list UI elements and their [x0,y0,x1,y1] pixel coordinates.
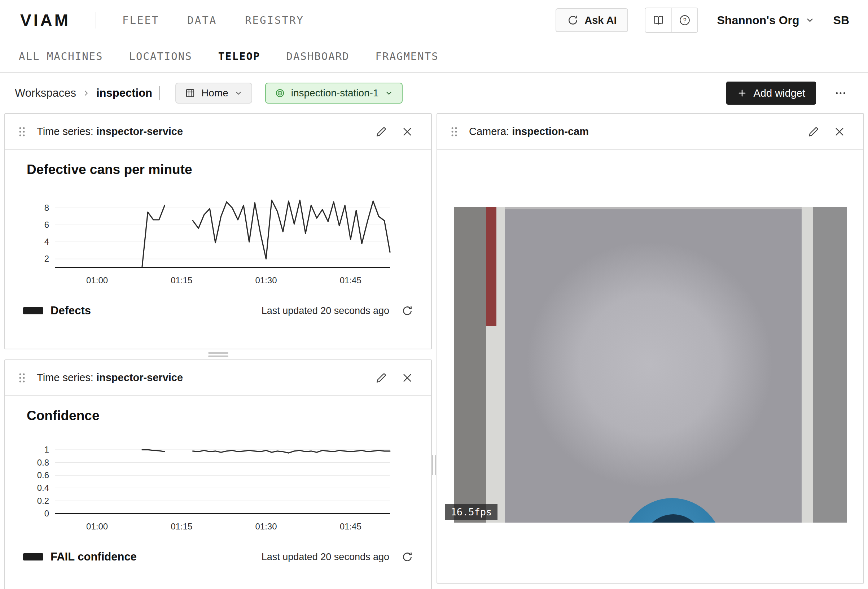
machine-target-icon [275,88,285,99]
timeseries-widget-2: Time series: inspector-service Confidenc… [4,360,432,589]
tab-locations[interactable]: LOCATIONS [129,50,192,62]
workspace-selector-label: Home [201,87,228,99]
widget-body: Defective cans per minute 246801:0001:15… [5,150,431,317]
org-selector[interactable]: Shannon's Org [714,13,816,27]
breadcrumb-chevron-icon [82,89,90,98]
svg-text:0.8: 0.8 [37,457,49,468]
svg-text:2: 2 [44,254,49,263]
secondary-nav: ALL MACHINES LOCATIONS TELEOP DASHBOARD … [0,40,868,73]
machine-selector-label: inspection-station-1 [291,87,379,99]
avatar[interactable]: SB [833,14,849,27]
ask-ai-button[interactable]: Ask AI [556,8,628,32]
widget-type-label: Time series: [37,372,93,383]
svg-text:01:30: 01:30 [255,275,277,285]
conveyor-edge-dark [454,207,486,522]
svg-text:8: 8 [44,203,49,213]
left-column: Time series: inspector-service Defective… [4,113,432,589]
column-resize-handle[interactable] [431,453,437,478]
svg-text:?: ? [683,17,686,24]
widget-type-label: Camera: [469,126,509,137]
last-updated-text: Last updated 20 seconds ago [261,552,389,563]
chevron-down-icon [234,89,243,98]
refresh-button[interactable] [399,551,415,563]
svg-text:0.4: 0.4 [37,483,49,493]
help-button[interactable]: ? [672,8,697,32]
book-icon [652,14,664,26]
widget-body: Confidence 00.20.40.60.8101:0001:1501:30… [5,396,431,563]
chevron-down-icon [805,16,815,25]
edit-widget-button[interactable] [373,126,389,138]
legend-row: Defects Last updated 20 seconds ago [23,304,415,317]
camera-frame: 16.5fps [454,207,847,522]
widget-header: Time series: inspector-service [5,114,431,150]
edit-widget-button[interactable] [806,126,821,138]
workspace-grid-icon [185,88,196,99]
drag-handle-icon[interactable] [17,126,27,137]
divider [96,12,96,28]
workspace-name-input[interactable]: inspection [96,87,152,100]
widget-title: Camera: inspection-cam [469,126,589,138]
close-widget-button[interactable] [399,126,415,138]
drag-handle-icon[interactable] [17,373,27,383]
svg-text:0.2: 0.2 [37,496,49,506]
org-name: Shannon's Org [717,14,799,27]
defects-line-chart: 246801:0001:1501:3001:45 [23,192,394,286]
tab-dashboard[interactable]: DASHBOARD [286,50,349,62]
legend-label: FAIL confidence [50,551,137,563]
widget-header: Time series: inspector-service [5,360,431,396]
viam-logo[interactable]: VIAM [20,10,70,30]
drag-handle-icon[interactable] [450,126,459,137]
svg-text:01:45: 01:45 [340,275,362,285]
belt-top-highlight [505,207,802,209]
svg-text:01:15: 01:15 [171,521,192,531]
ellipsis-icon [834,87,847,100]
add-widget-button[interactable]: Add widget [726,81,816,105]
edit-widget-button[interactable] [373,372,389,384]
legend-swatch [23,553,43,561]
svg-text:6: 6 [44,220,49,229]
workspace-toolbar: Workspaces inspection Home inspection-st… [0,73,868,113]
workspace-selector-button[interactable]: Home [175,83,252,104]
camera-body: 16.5fps [437,150,863,522]
help-icon-group: ? [645,7,698,33]
nav-fleet[interactable]: FLEET [122,14,159,26]
breadcrumb: Workspaces inspection [15,86,159,100]
nav-data[interactable]: DATA [187,14,217,26]
widget-header: Camera: inspection-cam [437,114,863,150]
tab-fragments[interactable]: FRAGMENTS [376,50,439,62]
widget-service-name: inspector-service [96,126,183,137]
add-widget-label: Add widget [754,87,806,99]
nav-registry[interactable]: REGISTRY [245,14,304,26]
right-column: Camera: inspection-cam [437,113,864,584]
chart-title: Defective cans per minute [27,162,415,177]
timeseries-widget-1: Time series: inspector-service Defective… [4,113,432,349]
chevron-down-icon [385,89,393,98]
fps-overlay-badge: 16.5fps [445,504,498,520]
ask-ai-icon [567,15,579,26]
camera-stream-image [454,207,847,522]
docs-button[interactable] [645,8,672,32]
svg-text:01:30: 01:30 [255,521,277,531]
toolbar-right-cluster: Add widget [726,81,850,105]
teleop-canvas: Time series: inspector-service Defective… [0,113,868,589]
widget-title: Time series: inspector-service [37,126,183,138]
chart-title: Confidence [27,408,415,423]
machine-selector-button[interactable]: inspection-station-1 [265,83,403,104]
confidence-line-chart: 00.20.40.60.8101:0001:1501:3001:45 [23,438,394,531]
refresh-button[interactable] [399,305,415,317]
top-bar: VIAM FLEET DATA REGISTRY Ask AI ? [0,0,868,40]
conveyor-edge-gray [813,207,847,522]
svg-text:4: 4 [44,237,49,247]
legend-row: FAIL confidence Last updated 20 seconds … [23,551,415,563]
tab-all-machines[interactable]: ALL MACHINES [19,50,103,62]
svg-text:1: 1 [44,445,49,454]
tab-teleop[interactable]: TELEOP [218,50,260,62]
widget-service-name: inspector-service [96,372,183,383]
close-widget-button[interactable] [399,372,415,384]
red-marker-bar [486,207,496,326]
more-options-button[interactable] [832,86,849,100]
row-resize-handle[interactable] [4,349,432,360]
close-widget-button[interactable] [831,126,847,138]
breadcrumb-workspaces[interactable]: Workspaces [15,87,76,100]
svg-text:0.6: 0.6 [37,470,49,480]
